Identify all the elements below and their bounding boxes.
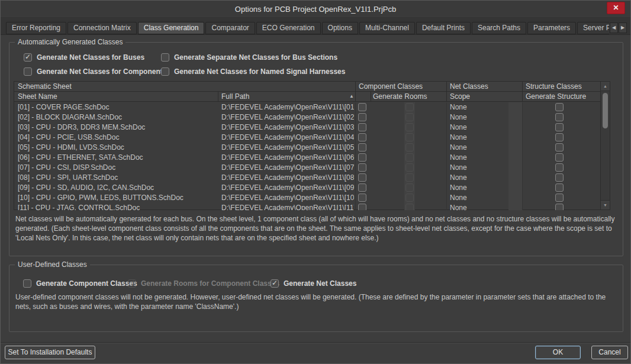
generate-structure-checkbox[interactable] [555,194,564,202]
generate-structure-checkbox[interactable] [555,173,564,182]
scroll-down-icon: ▼ [603,203,607,207]
table-body: [01] - COVER PAGE.SchDoc D:\FEDEVEL Acad… [14,102,601,210]
tab-eco-generation[interactable]: ECO Generation [256,22,321,34]
checkbox-box[interactable] [161,53,169,62]
table-row[interactable]: [01] - COVER PAGE.SchDoc D:\FEDEVEL Acad… [14,102,601,112]
component-class-checkbox[interactable] [358,194,366,202]
generate-rooms-checkbox[interactable] [405,194,414,202]
component-class-checkbox[interactable] [358,163,366,172]
full-path-cell: D:\FEDEVEL Academy\OpenRex\V1I1\[10] - C… [221,193,354,203]
scope-cell[interactable]: None [450,173,507,183]
component-class-checkbox[interactable] [358,103,366,111]
component-class-checkbox[interactable] [358,133,366,141]
generate-structure-checkbox[interactable] [555,153,564,162]
tab-default-prints[interactable]: Default Prints [416,22,471,34]
generate-rooms-checkbox[interactable] [405,133,414,141]
tab-scroll-right-button[interactable]: ▶ [619,22,627,33]
tab-parameters[interactable]: Parameters [527,22,576,34]
header-generate-rooms[interactable]: Generate Rooms [373,92,427,101]
scope-cell[interactable]: None [450,203,507,210]
tab-error-reporting[interactable]: Error Reporting [6,22,66,34]
generate-rooms-checkbox[interactable] [405,163,414,172]
component-class-checkbox[interactable] [358,183,366,192]
checkbox-label: Generate Separate Net Classes for Bus Se… [174,53,337,62]
component-class-checkbox[interactable] [358,113,366,121]
header-schematic-sheet: Schematic Sheet [18,82,72,91]
component-class-checkbox[interactable] [358,143,366,152]
scope-cell[interactable]: None [450,123,507,133]
generate-rooms-checkbox[interactable] [405,143,414,152]
table-vertical-scrollbar[interactable]: ▲ ▼ [600,82,610,210]
tab-options[interactable]: Options [322,22,358,34]
scope-cell[interactable]: None [450,193,507,203]
table-row[interactable]: [06] - CPU - ETHERNET, SATA.SchDoc D:\FE… [14,153,601,163]
checkbox-box[interactable] [23,279,31,288]
checkbox-box[interactable] [24,67,32,76]
sheet-name-cell: [11] - CPU - JTAG, CONTROL.SchDoc [18,203,217,210]
generate-rooms-checkbox[interactable] [405,123,414,131]
scope-cell[interactable]: None [450,133,507,143]
component-class-checkbox[interactable] [358,204,366,210]
table-row[interactable]: [10] - CPU - GPIO, PWM, LEDS, BUTTONS.Sc… [14,193,601,203]
generate-structure-checkbox[interactable] [555,113,564,121]
tab-scroll-left-button[interactable]: ◀ [610,22,618,33]
scope-cell[interactable]: None [450,102,507,112]
scrollbar-up-button[interactable]: ▲ [601,82,610,91]
table-sub-header-row: Sheet Name Full Path ▲ Generate Rooms Sc… [14,92,601,102]
checkbox-label: Generate Rooms for Component Classes [141,279,279,288]
generate-structure-checkbox[interactable] [555,163,564,172]
sheet-name-cell: [08] - CPU - SPI, UART.SchDoc [18,173,217,183]
generate-structure-checkbox[interactable] [555,103,564,111]
generate-rooms-checkbox[interactable] [405,113,414,121]
generate-rooms-checkbox[interactable] [405,153,414,162]
header-generate-structure[interactable]: Generate Structure [526,92,586,101]
table-row[interactable]: [09] - CPU - SD, AUDIO, I2C, CAN.SchDoc … [14,183,601,193]
checkbox-box[interactable] [128,279,136,288]
tab-class-generation[interactable]: Class Generation [138,22,205,34]
component-class-checkbox[interactable] [358,173,366,182]
generate-structure-checkbox[interactable] [555,143,564,152]
table-row[interactable]: [02] - BLOCK DIAGRAM.SchDoc D:\FEDEVEL A… [14,112,601,123]
generate-structure-checkbox[interactable] [555,204,564,210]
full-path-cell: D:\FEDEVEL Academy\OpenRex\V1I1\[02] - B… [221,112,354,123]
table-row[interactable]: [05] - CPU - HDMI, LVDS.SchDoc D:\FEDEVE… [14,143,601,153]
ok-button[interactable]: OK [535,346,581,359]
header-full-path[interactable]: Full Path [221,92,249,101]
table-row[interactable]: [03] - CPU - DDR3, DDR3 MEM.SchDoc D:\FE… [14,123,601,133]
table-row[interactable]: [04] - CPU - PCIE, USB.SchDoc D:\FEDEVEL… [14,133,601,143]
tab-search-paths[interactable]: Search Paths [472,22,526,34]
scope-cell[interactable]: None [450,163,507,173]
generate-rooms-checkbox[interactable] [405,204,414,210]
generate-rooms-checkbox[interactable] [405,183,414,192]
close-button[interactable]: ✕ [607,2,625,14]
scope-cell[interactable]: None [450,153,507,163]
table-row[interactable]: [07] - CPU - CSI, DISP.SchDoc D:\FEDEVEL… [14,163,601,173]
sheet-name-cell: [10] - CPU - GPIO, PWM, LEDS, BUTTONS.Sc… [18,193,217,203]
set-installation-defaults-button[interactable]: Set To Installation Defaults [5,346,95,359]
component-class-checkbox[interactable] [358,123,366,131]
scope-cell[interactable]: None [450,143,507,153]
generate-structure-checkbox[interactable] [555,133,564,141]
header-component-classes: Component Classes [359,82,423,91]
scope-cell[interactable]: None [450,112,507,123]
table-row[interactable]: [08] - CPU - SPI, UART.SchDoc D:\FEDEVEL… [14,173,601,183]
header-scope[interactable]: Scope [450,92,470,101]
cancel-button[interactable]: Cancel [591,346,628,359]
tab-multi-channel[interactable]: Multi-Channel [359,22,415,34]
generate-rooms-checkbox[interactable] [405,173,414,182]
scrollbar-down-button[interactable]: ▼ [601,200,610,210]
table-row[interactable]: [11] - CPU - JTAG, CONTROL.SchDoc D:\FED… [14,203,601,210]
tab-comparator[interactable]: Comparator [205,22,255,34]
component-class-checkbox[interactable] [358,153,366,162]
checkbox-box[interactable] [24,53,32,62]
scope-cell[interactable]: None [450,183,507,193]
generate-structure-checkbox[interactable] [555,183,564,192]
checkbox-box[interactable] [271,279,279,288]
scrollbar-thumb[interactable] [603,93,608,128]
header-sheet-name[interactable]: Sheet Name [18,92,57,101]
checkbox-box[interactable] [161,67,169,76]
generate-structure-checkbox[interactable] [555,123,564,131]
generate-rooms-checkbox[interactable] [405,103,414,111]
tab-connection-matrix[interactable]: Connection Matrix [67,22,137,34]
tab-server-parameters[interactable]: Server Parameters [577,22,609,34]
